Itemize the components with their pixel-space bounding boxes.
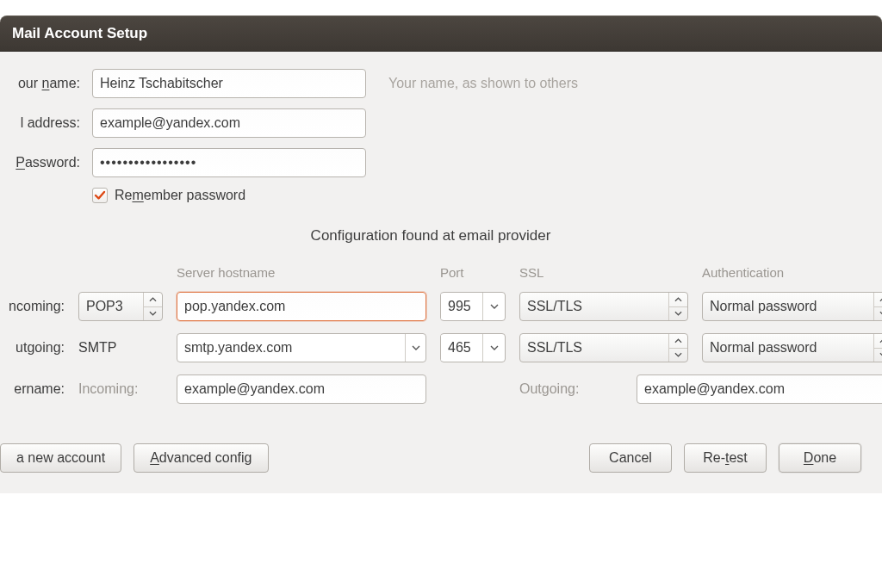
incoming-port-dropdown[interactable] <box>482 293 505 320</box>
protocol-step-down[interactable] <box>144 307 162 321</box>
chevron-down-icon <box>674 352 682 357</box>
name-input[interactable] <box>92 69 366 98</box>
ssl-stepper <box>668 293 687 320</box>
chevron-down-icon <box>149 311 157 316</box>
ssl-out-step-down[interactable] <box>669 349 687 362</box>
check-icon <box>94 189 106 201</box>
outgoing-ssl-select[interactable]: SSL/TLS <box>519 333 688 362</box>
dialog-body: our name: Your name, as shown to others … <box>0 52 882 493</box>
password-label: Password: <box>0 155 80 170</box>
remember-password-label: Remember password <box>115 188 245 203</box>
outgoing-protocol: SMTP <box>78 340 163 356</box>
incoming-port-value: 995 <box>441 294 482 319</box>
button-bar: a new account Advanced config Cancel Re-… <box>0 443 861 473</box>
incoming-protocol-select[interactable]: POP3 <box>78 292 163 321</box>
username-row: ername: Incoming: Outgoing: <box>0 374 861 404</box>
password-input[interactable] <box>92 148 366 177</box>
auth-out-step-up[interactable] <box>874 334 882 349</box>
incoming-label: ncoming: <box>0 299 65 314</box>
titlebar[interactable]: Mail Account Setup <box>0 15 882 52</box>
identity-form: our name: Your name, as shown to others … <box>0 69 861 203</box>
auth-step-up[interactable] <box>874 293 882 307</box>
ssl-step-up[interactable] <box>669 293 687 307</box>
outgoing-auth-select[interactable]: Normal password <box>702 333 882 362</box>
incoming-protocol-value: POP3 <box>79 294 143 319</box>
outgoing-hostname-input[interactable] <box>177 334 405 362</box>
outgoing-hostname-combo[interactable] <box>177 333 426 362</box>
username-label: ername: <box>0 381 65 397</box>
chevron-up-icon <box>674 297 682 302</box>
retest-button[interactable]: Re-test <box>684 443 767 473</box>
username-outgoing-input[interactable] <box>637 374 882 404</box>
auth-out-stepper <box>873 334 882 362</box>
cancel-button[interactable]: Cancel <box>589 443 672 473</box>
protocol-stepper <box>143 293 162 320</box>
window-title: Mail Account Setup <box>12 25 147 42</box>
col-port: Port <box>440 265 506 280</box>
dialog-window: Mail Account Setup our name: Your name, … <box>0 15 882 493</box>
config-status: Configuration found at email provider <box>0 227 861 244</box>
done-button[interactable]: Done <box>779 443 861 473</box>
name-hint: Your name, as shown to others <box>378 76 861 91</box>
chevron-down-icon <box>674 311 682 316</box>
username-outgoing-label: Outgoing: <box>519 381 623 397</box>
incoming-hostname-input[interactable] <box>177 292 426 321</box>
ssl-step-down[interactable] <box>669 307 687 321</box>
auth-stepper <box>873 293 882 320</box>
username-incoming-label: Incoming: <box>78 381 163 397</box>
outgoing-label: utgoing: <box>0 340 65 356</box>
incoming-port-combo[interactable]: 995 <box>440 292 506 321</box>
outgoing-ssl-value: SSL/TLS <box>520 335 668 361</box>
col-ssl: SSL <box>519 265 688 280</box>
outgoing-port-dropdown[interactable] <box>482 334 505 362</box>
incoming-auth-select[interactable]: Normal password <box>702 292 882 321</box>
incoming-ssl-value: SSL/TLS <box>520 294 668 319</box>
ssl-out-stepper <box>668 334 687 362</box>
col-auth: Authentication <box>702 265 882 280</box>
chevron-down-icon <box>490 345 499 351</box>
chevron-down-icon <box>490 304 499 310</box>
remember-password-checkbox[interactable] <box>92 188 108 203</box>
chevron-up-icon <box>674 338 682 344</box>
outgoing-port-combo[interactable]: 465 <box>440 333 506 362</box>
chevron-down-icon <box>412 345 420 351</box>
server-config-grid: Server hostname Port SSL Authentication … <box>0 265 861 362</box>
email-label: l address: <box>0 115 80 131</box>
mail-account-setup-dialog: Mail Account Setup our name: Your name, … <box>0 0 882 588</box>
new-account-button[interactable]: a new account <box>0 443 121 473</box>
advanced-config-button[interactable]: Advanced config <box>134 443 268 473</box>
protocol-step-up[interactable] <box>144 293 162 307</box>
auth-step-down[interactable] <box>874 307 882 321</box>
incoming-auth-value: Normal password <box>703 294 873 319</box>
col-server: Server hostname <box>177 265 426 280</box>
outgoing-port-value: 465 <box>441 335 482 361</box>
ssl-out-step-up[interactable] <box>669 334 687 349</box>
outgoing-auth-value: Normal password <box>703 335 873 361</box>
chevron-up-icon <box>149 297 157 302</box>
email-input[interactable] <box>92 108 366 138</box>
username-incoming-input[interactable] <box>177 374 426 404</box>
incoming-ssl-select[interactable]: SSL/TLS <box>519 292 688 321</box>
auth-out-step-down[interactable] <box>874 349 882 362</box>
outgoing-hostname-dropdown[interactable] <box>405 334 425 362</box>
name-label: our name: <box>0 76 80 91</box>
